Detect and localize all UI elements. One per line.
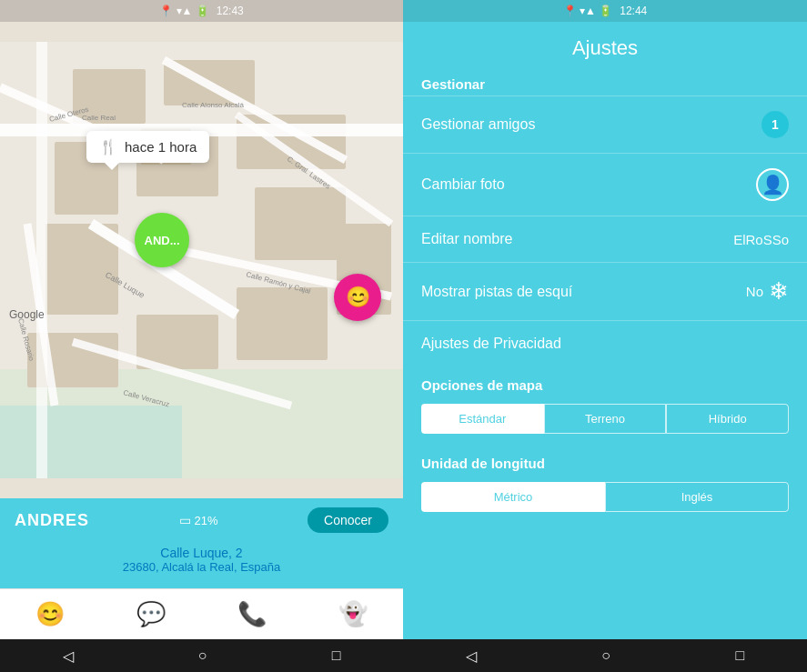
unit-ingles[interactable]: Inglés [605,482,789,512]
time-left: 12:43 [217,5,244,17]
battery-percent: 21% [195,514,218,527]
pistas-value: No [746,284,763,299]
editar-nombre-item[interactable]: Editar nombre ElRoSSo [403,216,807,262]
nav-emoji-icon[interactable]: 😊 [35,600,65,628]
conocer-button[interactable]: Conocer [308,507,388,533]
svg-rect-8 [255,187,346,260]
map-options-label: Opciones de mapa [403,366,807,396]
tooltip-text: hace 1 hora [125,139,197,155]
unit-options: Métrico Inglés [403,475,807,523]
gestionar-amigos-item[interactable]: Gestionar amigos 1 [403,95,807,153]
bottom-info: ANDRES ▭ 21% Conocer Calle Luque, 2 2368… [0,498,403,588]
nav-ghost-icon[interactable]: 👻 [338,600,368,628]
map-option-hibrido[interactable]: Híbrido [666,404,789,434]
tooltip-icon: 🍴 [99,138,117,155]
pistas-esqui-item[interactable]: Mostrar pistas de esquí No ❄ [403,262,807,320]
gestionar-amigos-label: Gestionar amigos [421,116,535,133]
nav-chat-icon[interactable]: 💬 [136,600,166,628]
pistas-esqui-label: Mostrar pistas de esquí [421,284,572,300]
status-bar-left: 📍 ▾▲ 🔋 12:43 [0,0,403,22]
time-right: 12:44 [620,5,647,17]
nav-phone-icon[interactable]: 📞 [237,600,267,628]
bottom-nav: 😊 💬 📞 👻 [0,588,403,639]
google-label: Google [9,308,45,321]
user-name: ANDRES [15,511,89,530]
android-nav-right: ◁ ○ □ [403,639,807,672]
svg-text:Calle Real: Calle Real [82,114,116,122]
map-area: Ayuntamiento Alcalá La Real Calle [0,22,403,498]
svg-text:Calle Alonso Alcalá: Calle Alonso Alcalá [182,101,245,109]
address-line2: 23680, Alcalá la Real, España [15,560,388,574]
status-icons-left: 📍 ▾▲ 🔋 [159,5,209,17]
back-button-right[interactable]: ◁ [466,647,477,665]
address-section: Calle Luque, 2 23680, Alcalá la Real, Es… [15,538,388,579]
photo-icon: 👤 [756,168,789,201]
address-line1: Calle Luque, 2 [15,546,388,560]
battery-icon: ▭ [179,513,191,527]
editar-nombre-label: Editar nombre [421,231,513,247]
snowflake-icon: ❄ [769,277,789,306]
back-button-left[interactable]: ◁ [63,647,74,665]
svg-rect-2 [0,406,182,478]
privacidad-label: Ajustes de Privacidad [421,336,561,352]
home-button-right[interactable]: ○ [601,647,610,664]
gestionar-label: Gestionar [403,67,807,95]
settings-title: Ajustes [403,22,807,67]
map-option-estandar[interactable]: Estándar [421,404,544,434]
status-bar-right: 📍 ▾▲ 🔋 12:44 [403,0,807,22]
right-panel: 📍 ▾▲ 🔋 12:44 Ajustes Gestionar Gestionar… [403,0,807,672]
android-nav-left: ◁ ○ □ [0,639,403,672]
status-icons-right: 📍 ▾▲ 🔋 [563,5,613,17]
recent-button-right[interactable]: □ [736,647,745,664]
marker-and[interactable]: AND... [135,213,189,267]
unit-label: Unidad de longitud [403,445,807,475]
amigos-badge: 1 [762,111,789,138]
left-panel: 📍 ▾▲ 🔋 12:43 A [0,0,403,672]
recent-button-left[interactable]: □ [332,647,341,664]
map-option-terreno[interactable]: Terreno [544,404,667,434]
cambiar-foto-item[interactable]: Cambiar foto 👤 [403,153,807,216]
svg-rect-21 [36,42,47,478]
map-options: Estándar Terreno Híbrido [403,396,807,445]
privacidad-item[interactable]: Ajustes de Privacidad [403,320,807,366]
map-tooltip: 🍴 hace 1 hora [86,131,209,163]
settings-content: Gestionar Gestionar amigos 1 Cambiar fot… [403,67,807,639]
home-button-left[interactable]: ○ [198,647,207,664]
marker-emoji[interactable]: 😊 [334,274,381,321]
cambiar-foto-label: Cambiar foto [421,176,505,193]
user-row: ANDRES ▭ 21% Conocer [15,507,388,533]
battery-info: ▭ 21% [179,513,218,527]
svg-rect-11 [237,287,328,360]
unit-metrico[interactable]: Métrico [421,482,605,512]
nombre-value: ElRoSSo [733,232,789,247]
